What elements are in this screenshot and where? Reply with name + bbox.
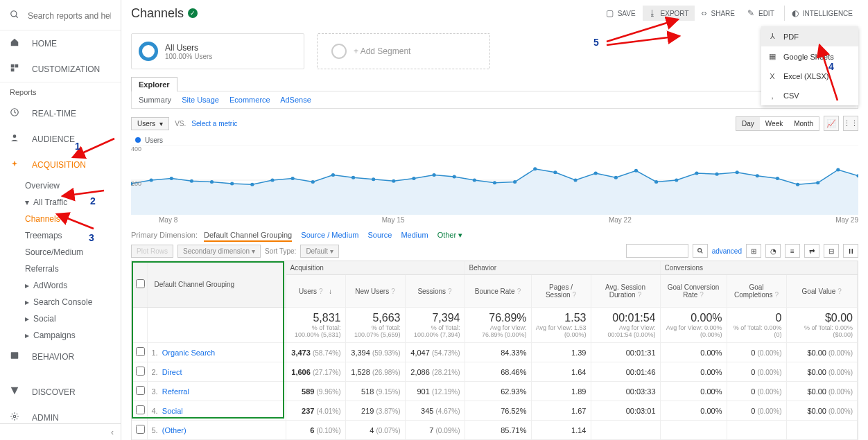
subtab-ecommerce[interactable]: Ecommerce <box>229 96 270 104</box>
table-search-input[interactable] <box>626 244 688 258</box>
svg-point-6 <box>13 134 17 138</box>
sidebar-acq-treemaps[interactable]: Treemaps <box>0 227 121 244</box>
view-perf-icon[interactable]: ≡ <box>785 244 800 258</box>
subtab-adsense[interactable]: AdSense <box>280 96 311 104</box>
primary-dimension-bar: Primary Dimension: Default Channel Group… <box>131 231 858 240</box>
sidebar-discover[interactable]: DISCOVER <box>0 379 121 405</box>
share-icon: ‹› <box>702 8 707 18</box>
table-row[interactable]: 3. Referral 589 (9.96%) 518 (9.15%) 901 … <box>132 382 858 401</box>
sidebar-acq-campaigns[interactable]: ▸Campaigns <box>0 327 121 344</box>
dim-default[interactable]: Default Channel Grouping <box>204 231 292 242</box>
secondary-dimension-btn[interactable]: Secondary dimension ▾ <box>177 245 261 258</box>
sidebar-search[interactable] <box>0 6 121 30</box>
sort-type-select[interactable]: Default ▾ <box>300 245 338 258</box>
table-search-btn[interactable] <box>693 244 708 258</box>
line-chart <box>131 146 858 215</box>
sidebar-acq-sourcemedium[interactable]: Source/Medium <box>0 244 121 261</box>
svg-point-48 <box>836 168 840 172</box>
select-all-checkbox[interactable] <box>136 279 145 288</box>
col-gv[interactable]: Goal Value? <box>786 275 857 308</box>
period-day[interactable]: Day <box>736 117 760 130</box>
row-checkbox[interactable] <box>136 405 145 414</box>
period-week[interactable]: Week <box>760 117 788 130</box>
sidebar-acq-alltraffic[interactable]: ▾All Traffic <box>0 194 121 211</box>
view-extra-icon[interactable]: Ⅲ <box>843 244 858 258</box>
sidebar-acq-channels[interactable]: Channels <box>0 211 121 227</box>
subtab-summary[interactable]: Summary <box>139 96 171 104</box>
row-checkbox[interactable] <box>136 367 145 376</box>
sidebar-audience[interactable]: AUDIENCE <box>0 126 121 152</box>
sidebar-realtime[interactable]: REAL-TIME <box>0 100 121 126</box>
table-row[interactable]: 2. Direct 1,606 (27.17%) 1,528 (26.98%) … <box>132 362 858 382</box>
caret-right-icon: ▸ <box>25 314 33 324</box>
row-checkbox[interactable] <box>136 347 145 356</box>
dim-other[interactable]: Other ▾ <box>437 231 463 239</box>
sidebar-collapse[interactable]: ‹ <box>0 423 121 440</box>
col-sessions[interactable]: Sessions? <box>405 275 465 308</box>
col-new-users[interactable]: New Users? <box>345 275 405 308</box>
dim-medium[interactable]: Medium <box>401 231 428 239</box>
export-sheets[interactable]: ▦Google Sheets <box>761 46 858 67</box>
sidebar-home[interactable]: HOME <box>0 30 121 56</box>
row-name-link[interactable]: (Other) <box>162 426 186 434</box>
view-table-icon[interactable]: ⊞ <box>746 244 761 258</box>
sidebar-acq-social[interactable]: ▸Social <box>0 310 121 327</box>
row-checkbox[interactable] <box>136 425 145 434</box>
col-users[interactable]: Users? ↓ <box>286 275 345 308</box>
search-input[interactable] <box>28 11 111 21</box>
sidebar-reports-label: Reports <box>0 82 121 100</box>
edit-button[interactable]: ✎EDIT <box>742 6 780 21</box>
chart-type-line[interactable]: 📈 <box>824 116 839 131</box>
row-name-link[interactable]: Organic Search <box>162 349 215 357</box>
row-checkbox[interactable] <box>136 386 145 395</box>
sidebar-acq-searchconsole[interactable]: ▸Search Console <box>0 294 121 310</box>
col-gcr[interactable]: Goal Conversion Rate? <box>660 275 727 308</box>
row-name-link[interactable]: Social <box>162 407 183 415</box>
col-dcg[interactable]: Default Channel Grouping <box>147 261 286 308</box>
view-pivot-icon[interactable]: ⊟ <box>824 244 839 258</box>
sidebar-acquisition[interactable]: ACQUISITION <box>0 152 121 177</box>
svg-point-37 <box>614 176 618 179</box>
sidebar-behavior[interactable]: BEHAVIOR <box>0 344 121 369</box>
segment-all-users[interactable]: All Users 100.00% Users <box>131 33 304 69</box>
dim-source[interactable]: Source <box>368 231 392 239</box>
svg-point-27 <box>412 177 415 180</box>
period-month[interactable]: Month <box>788 117 819 130</box>
view-comp-icon[interactable]: ⇄ <box>804 244 819 258</box>
share-button[interactable]: ‹›SHARE <box>696 6 740 21</box>
row-name-link[interactable]: Referral <box>162 387 189 396</box>
table-row[interactable]: 1. Organic Search 3,473 (58.74%) 3,394 (… <box>132 343 858 362</box>
sidebar-realtime-label: REAL-TIME <box>32 109 76 118</box>
plot-rows-btn[interactable]: Plot Rows <box>131 245 173 258</box>
period-buttons: Day Week Month <box>736 116 819 131</box>
subtab-site-usage[interactable]: Site Usage <box>182 96 219 104</box>
col-bounce[interactable]: Bounce Rate? <box>465 275 531 308</box>
table-row[interactable]: 5. (Other) 6 (0.10%) 4 (0.07%) 7 (0.09%)… <box>132 421 858 440</box>
col-gc[interactable]: Goal Completions? <box>727 275 786 308</box>
sidebar-customization[interactable]: CUSTOMIZATION <box>0 56 121 82</box>
dim-source-medium[interactable]: Source / Medium <box>301 231 358 239</box>
tab-explorer[interactable]: Explorer <box>131 77 177 91</box>
behavior-icon <box>10 351 24 362</box>
sidebar-acq-referrals[interactable]: Referrals <box>0 261 121 277</box>
intelligence-button[interactable]: ◐INTELLIGENCE <box>784 6 858 21</box>
sidebar-acq-adwords[interactable]: ▸AdWords <box>0 277 121 294</box>
svg-point-9 <box>13 415 16 418</box>
export-button[interactable]: ⭳EXPORT <box>643 6 695 21</box>
select-metric-link[interactable]: Select a metric <box>191 120 237 127</box>
table-row[interactable]: 4. Social 237 (4.01%) 219 (3.87%) 345 (4… <box>132 401 858 421</box>
col-asd[interactable]: Avg. Session Duration? <box>591 275 660 308</box>
svg-point-43 <box>736 170 739 174</box>
metric-select[interactable]: Users▾ <box>131 117 169 130</box>
add-segment[interactable]: + Add Segment <box>317 33 490 69</box>
col-pps[interactable]: Pages / Session? <box>531 275 591 308</box>
advanced-link[interactable]: advanced <box>712 247 742 255</box>
chart-type-motion[interactable]: ⋮⋮ <box>843 116 858 131</box>
export-csv[interactable]: ,CSV <box>761 86 858 105</box>
save-button[interactable]: ▢SAVE <box>600 6 641 21</box>
row-name-link[interactable]: Direct <box>162 368 182 376</box>
export-pdf[interactable]: ⅄PDF <box>761 26 858 46</box>
sidebar-acq-overview[interactable]: Overview <box>0 177 121 194</box>
view-pie-icon[interactable]: ◔ <box>765 244 781 258</box>
export-xlsx[interactable]: XExcel (XLSX) <box>761 67 858 86</box>
